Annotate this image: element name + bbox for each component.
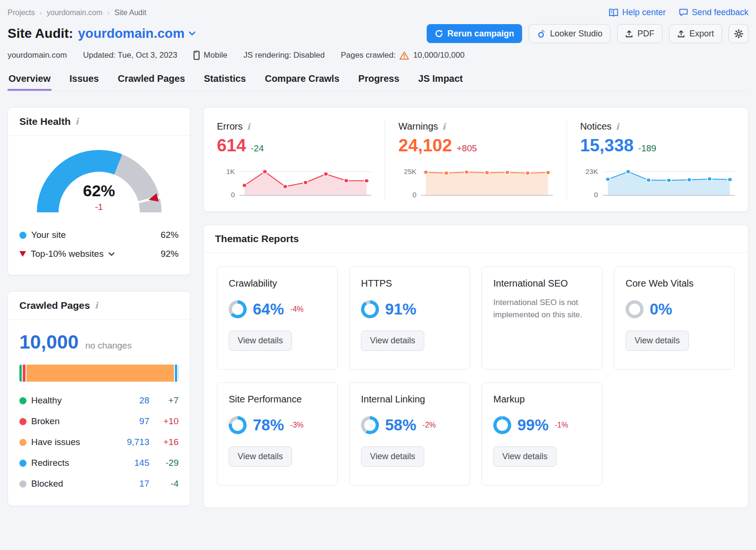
redirects-value[interactable]: 145: [118, 458, 149, 468]
have-issues-label: Have issues: [31, 437, 113, 447]
issues-summary-panel: Errors 614 -24 1K 0: [203, 107, 748, 212]
crawled-pages-total[interactable]: 10,000: [19, 331, 78, 353]
axis-bottom-label: 0: [594, 191, 598, 199]
view-details-button[interactable]: View details: [361, 446, 424, 467]
card-title: Site Performance: [229, 394, 326, 405]
blocked-delta: -4: [154, 479, 179, 489]
top10-dropdown[interactable]: [108, 252, 115, 256]
notices-label: Notices: [580, 121, 612, 132]
crawled-pages-legend: Healthy 28 +7 Broken 97 +10 Have i: [19, 390, 179, 494]
topbar: Projects › yourdomain.com › Site Audit H…: [8, 8, 748, 17]
info-icon[interactable]: [76, 117, 79, 126]
notices-trend-line: [603, 165, 735, 199]
help-center-link[interactable]: Help center: [609, 8, 666, 17]
crawled-pages-total-row: 10,000 no changes: [19, 331, 179, 353]
site-health-panel: Site Health 62% -1 Your site 62%: [8, 107, 190, 275]
meta-updated: Updated: Tue, Oct 3, 2023: [83, 51, 177, 60]
crawled-pages-panel: Crawled Pages 10,000 no changes Healthy …: [8, 291, 190, 506]
pdf-button[interactable]: PDF: [617, 24, 662, 43]
broken-value[interactable]: 97: [118, 416, 149, 427]
breadcrumb-domain[interactable]: yourdomain.com: [47, 9, 103, 17]
card-internal-linking: Internal Linking 58% -2% View details: [349, 382, 470, 486]
internal-linking-delta: -2%: [422, 421, 436, 429]
view-details-button[interactable]: View details: [229, 331, 292, 351]
legend-row-top10: Top-10% websites 92%: [19, 244, 179, 263]
site-health-title: Site Health: [19, 116, 71, 127]
page-title-prefix: Site Audit:: [8, 26, 73, 41]
settings-button[interactable]: [729, 24, 748, 43]
info-icon[interactable]: [442, 122, 446, 131]
card-core-web-vitals: Core Web Vitals 0% View details: [614, 266, 735, 370]
view-details-button[interactable]: View details: [626, 331, 689, 351]
tab-compare-crawls[interactable]: Compare Crawls: [264, 73, 340, 91]
warnings-label: Warnings: [398, 121, 438, 132]
legend-row-have-issues: Have issues 9,713 +16: [19, 432, 179, 453]
export-button[interactable]: Export: [669, 24, 722, 43]
chat-bubble-icon: [679, 9, 688, 17]
right-column: Errors 614 -24 1K 0: [203, 107, 748, 508]
header-actions: Rerun campaign Looker Studio PDF Export: [427, 24, 748, 43]
healthy-value[interactable]: 28: [118, 395, 149, 406]
pdf-label: PDF: [637, 29, 654, 39]
errors-trend-line: [240, 165, 371, 199]
looker-studio-label: Looker Studio: [550, 29, 602, 39]
healthy-delta: +7: [154, 395, 179, 406]
bar-segment-broken[interactable]: [23, 365, 25, 382]
bar-segment-redirects[interactable]: [175, 365, 177, 382]
rerun-campaign-button[interactable]: Rerun campaign: [427, 24, 522, 43]
https-percent: 91%: [385, 300, 416, 318]
have-issues-value[interactable]: 9,713: [118, 437, 149, 447]
view-details-button[interactable]: View details: [229, 446, 292, 467]
view-details-button[interactable]: View details: [493, 446, 557, 467]
internal-linking-percent: 58%: [385, 416, 416, 434]
domain-selector[interactable]: yourdomain.com: [78, 26, 196, 41]
redirects-dot: [19, 460, 26, 467]
title-row: Site Audit: yourdomain.com Rerun campaig…: [8, 24, 748, 43]
info-icon[interactable]: [94, 301, 98, 310]
card-title: HTTPS: [361, 278, 458, 289]
tab-issues[interactable]: Issues: [69, 73, 100, 91]
axis-top-label: 25K: [404, 167, 417, 175]
meta-domain: yourdomain.com: [8, 51, 67, 60]
warnings-chart: 25K 0: [398, 165, 553, 199]
top10-label: Top-10% websites: [31, 249, 103, 259]
tab-crawled-pages[interactable]: Crawled Pages: [117, 73, 186, 91]
warnings-label-row: Warnings: [398, 121, 553, 132]
top-links: Help center Send feedback: [609, 8, 748, 17]
legend-row-redirects: Redirects 145 -29: [19, 453, 179, 473]
breadcrumb-projects[interactable]: Projects: [8, 9, 35, 17]
tab-progress[interactable]: Progress: [357, 73, 400, 91]
card-crawlability: Crawlability 64% -4% View details: [217, 266, 338, 370]
meta-device-label: Mobile: [204, 51, 227, 60]
send-feedback-link[interactable]: Send feedback: [679, 8, 748, 17]
core-web-vitals-donut: [626, 300, 644, 318]
view-details-button[interactable]: View details: [361, 331, 424, 351]
blocked-value[interactable]: 17: [118, 479, 149, 489]
tab-overview[interactable]: Overview: [8, 73, 52, 91]
site-performance-percent: 78%: [253, 416, 284, 434]
tab-js-impact[interactable]: JS Impact: [417, 73, 464, 91]
bar-segment-have-issues[interactable]: [26, 365, 174, 382]
crawled-pages-body: 10,000 no changes Healthy 28 +7: [8, 320, 190, 506]
notices-delta: -189: [638, 143, 656, 154]
warnings-delta: +805: [457, 143, 477, 154]
have-issues-dot: [19, 439, 26, 446]
warnings-trend-line: [421, 165, 553, 199]
broken-delta: +10: [154, 416, 179, 427]
notices-value[interactable]: 15,338: [580, 136, 634, 156]
blocked-label: Blocked: [31, 479, 113, 489]
looker-studio-button[interactable]: Looker Studio: [529, 24, 610, 43]
warnings-value[interactable]: 24,102: [398, 136, 452, 156]
errors-value[interactable]: 614: [217, 136, 246, 156]
card-https: HTTPS 91% View details: [349, 266, 470, 370]
mobile-phone-icon: [193, 51, 200, 60]
notices-section: Notices 15,338 -189 23K 0: [567, 108, 748, 211]
bar-segment-blocked[interactable]: [178, 365, 179, 382]
card-title: Crawlability: [229, 278, 326, 289]
warnings-axis: 25K 0: [398, 165, 421, 199]
bar-segment-healthy[interactable]: [19, 365, 22, 382]
info-icon[interactable]: [247, 122, 250, 131]
tab-statistics[interactable]: Statistics: [203, 73, 247, 91]
info-icon[interactable]: [616, 122, 619, 131]
pages-crawled-value: 10,000/10,000: [413, 51, 464, 60]
